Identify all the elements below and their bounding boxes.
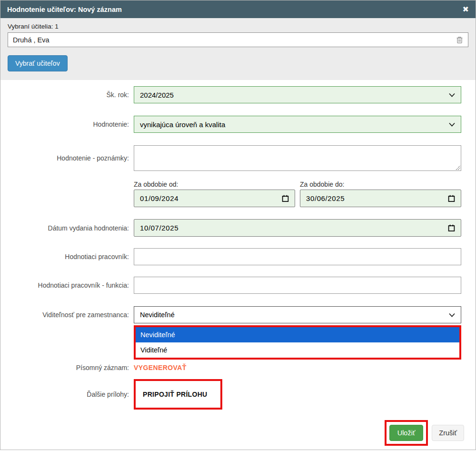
chevron-down-icon	[449, 313, 455, 317]
resize-grip-icon[interactable]	[456, 165, 460, 170]
period-from-label: Za obdobie od:	[134, 180, 295, 188]
attachments-label: Ďalšie prílohy:	[0, 391, 134, 398]
notes-textarea[interactable]	[134, 145, 461, 171]
form-row-evaluator: Hodnotiaci pracovník:	[0, 248, 461, 265]
issue-date-label: Dátum vydania hodnotenia:	[0, 224, 134, 232]
teacher-name: Druhá , Eva	[13, 36, 456, 44]
form-row-evaluator-function: Hodnotiaci pracovník - funkcia:	[0, 277, 461, 294]
selected-teachers-label: Vybraní účitelia: 1	[8, 23, 468, 30]
school-year-select[interactable]: 2024/2025	[134, 86, 461, 103]
evaluator-input[interactable]	[134, 248, 461, 265]
teacher-selection-panel: Vybraní účitelia: 1 Druhá , Eva Vybrať u…	[0, 18, 476, 80]
attach-annotation-box: PRIPOJIŤ PRÍLOHU	[134, 379, 222, 410]
calendar-icon[interactable]	[448, 224, 455, 232]
period-to-label: Za obdobie do:	[300, 180, 461, 188]
selected-teacher-field: Druhá , Eva	[8, 32, 468, 47]
form-row-school-year: Šk. rok: 2024/2025	[0, 86, 461, 103]
generate-button[interactable]: VYGENEROVAŤ	[134, 364, 187, 371]
visibility-select[interactable]: Neviditeľné	[134, 306, 461, 323]
visibility-dropdown-open: Neviditeľné Viditeľné	[0, 325, 461, 360]
period-from-input[interactable]: 01/09/2024	[134, 190, 295, 207]
calendar-icon[interactable]	[448, 195, 455, 202]
school-year-label: Šk. rok:	[0, 91, 134, 99]
evaluator-function-input[interactable]	[134, 277, 461, 294]
chevron-down-icon	[449, 93, 455, 97]
period-to-input[interactable]: 30/06/2025	[300, 190, 461, 207]
issue-date-input[interactable]: 10/07/2025	[134, 219, 461, 237]
visibility-options-list: Neviditeľné Viditeľné	[134, 325, 461, 360]
form-row-notes: Hodnotenie - poznámky:	[0, 145, 461, 171]
written-record-label: Písomný záznam:	[0, 364, 134, 371]
evaluator-label: Hodnotiaci pracovník:	[0, 253, 134, 261]
form-row-issue-date: Dátum vydania hodnotenia: 10/07/2025	[0, 219, 461, 237]
dropdown-option-viditelne[interactable]: Viditeľné	[136, 342, 459, 358]
dropdown-option-neviditelne[interactable]: Neviditeľné	[136, 327, 459, 342]
dialog-title: Hodnotenie učiteľov: Nový záznam	[7, 6, 463, 13]
dialog-footer: Uložiť Zrušiť	[0, 420, 476, 450]
evaluation-select[interactable]: vynikajúca úroveň a kvalita	[134, 116, 461, 133]
save-button[interactable]: Uložiť	[389, 425, 424, 441]
visibility-label: Viditeľnosť pre zamestnanca:	[0, 311, 134, 319]
form-row-attachments: Ďalšie prílohy: PRIPOJIŤ PRÍLOHU	[0, 379, 461, 410]
notes-label: Hodnotenie - poznámky:	[0, 154, 134, 162]
attach-file-button[interactable]: PRIPOJIŤ PRÍLOHU	[143, 391, 207, 398]
form-row-visibility: Viditeľnosť pre zamestnanca: Neviditeľné	[0, 306, 461, 323]
cancel-button[interactable]: Zrušiť	[432, 425, 464, 441]
evaluator-function-label: Hodnotiaci pracovník - funkcia:	[0, 281, 134, 289]
period-from-group: Za obdobie od: 01/09/2024	[134, 180, 295, 207]
evaluation-label: Hodnotenie:	[0, 120, 134, 128]
calendar-icon[interactable]	[282, 195, 289, 202]
evaluation-dialog: Hodnotenie učiteľov: Nový záznam ✖ Vybra…	[0, 0, 476, 450]
select-teachers-button[interactable]: Vybrať učiteľov	[8, 55, 68, 71]
form-row-period: Za obdobie od: 01/09/2024	[0, 180, 461, 207]
period-to-group: Za obdobie do: 30/06/2025	[300, 180, 461, 207]
evaluation-form: Šk. rok: 2024/2025 Hodnotenie: vynikajúc…	[0, 80, 476, 420]
dialog-titlebar: Hodnotenie učiteľov: Nový záznam ✖	[0, 0, 476, 18]
chevron-down-icon	[449, 122, 455, 127]
form-row-written-record: Písomný záznam: VYGENEROVAŤ	[0, 363, 461, 372]
trash-icon[interactable]	[456, 36, 463, 44]
form-row-evaluation: Hodnotenie: vynikajúca úroveň a kvalita	[0, 116, 461, 133]
close-icon[interactable]: ✖	[463, 6, 469, 13]
save-annotation-box: Uložiť	[385, 420, 428, 446]
